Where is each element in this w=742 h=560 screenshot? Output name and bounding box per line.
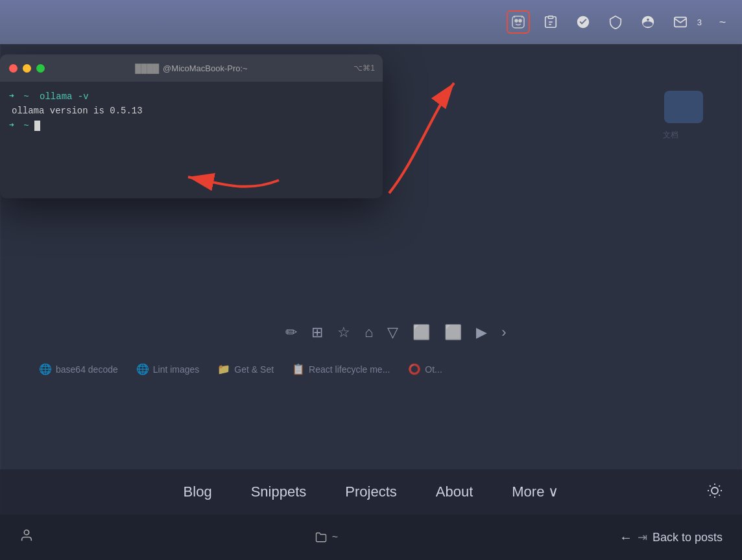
close2-toolbar-icon[interactable]: ⬜: [444, 324, 462, 341]
grid-toolbar-icon[interactable]: ⊞: [311, 324, 323, 341]
back-arrow-icon: ←: [619, 530, 632, 545]
folder-icon: [664, 91, 703, 123]
back-to-posts[interactable]: ← ⇥ Back to posts: [619, 530, 723, 545]
svg-point-8: [712, 487, 718, 494]
theme-toggle[interactable]: [707, 483, 723, 501]
more-toolbar-icon[interactable]: ›: [501, 324, 506, 341]
bookmark-lint-label: Lint images: [153, 364, 200, 375]
home-toolbar-icon[interactable]: ⌂: [365, 324, 373, 341]
website-nav: Blog Snippets Projects About More ∨: [0, 469, 742, 515]
vpn-menubar-icon[interactable]: [604, 10, 627, 34]
extra-menubar-icon[interactable]: ~: [711, 10, 734, 34]
svg-point-2: [519, 19, 521, 22]
term-tilde-2: ~: [18, 119, 29, 133]
ollama-menubar-icon[interactable]: [507, 10, 530, 34]
github-icon: ⭕: [408, 363, 421, 375]
term-tilde-1: ~: [18, 89, 29, 104]
skype-menubar-icon[interactable]: [636, 10, 660, 34]
bookmark-react[interactable]: 📋 React lifecycle me...: [292, 363, 390, 375]
svg-line-15: [710, 495, 710, 495]
bookmarks-row: 🌐 base64 decode 🌐 Lint images 📁 Get & Se…: [39, 363, 442, 375]
file-browser: 文档: [638, 91, 703, 141]
svg-line-16: [719, 485, 719, 486]
terminal-window: ████ @MicoMacBook-Pro:~ ⌥⌘1 ➜ ~ ollama -…: [0, 54, 383, 198]
bookmark-github-label: Ot...: [425, 364, 442, 375]
terminal-body[interactable]: ➜ ~ ollama -v ollama version is 0.5.13 ➜…: [0, 82, 383, 198]
clipboard-menubar-icon[interactable]: [539, 10, 562, 34]
menubar: 3 ~: [0, 0, 742, 44]
svg-line-11: [710, 485, 710, 486]
svg-point-1: [515, 19, 518, 22]
term-cursor: [34, 121, 40, 131]
star-toolbar-icon[interactable]: ☆: [337, 324, 350, 341]
nav-about[interactable]: About: [436, 484, 473, 500]
back-to-posts-label: Back to posts: [652, 531, 723, 544]
terminal-host: @MicoMacBook-Pro:~: [163, 64, 248, 73]
bookmark-github[interactable]: ⭕ Ot...: [408, 363, 442, 375]
folder-icon-2: 📁: [217, 363, 230, 375]
traffic-light-red[interactable]: [9, 64, 18, 73]
term-prompt-1: ➜: [9, 90, 14, 104]
folder-path: ~: [315, 531, 338, 543]
svg-line-12: [719, 495, 719, 495]
folder-path-text: ~: [332, 531, 338, 543]
edit-toolbar-icon[interactable]: ✏: [285, 324, 297, 341]
nav-more-label: More: [512, 484, 544, 500]
terminal-prompt-line: ➜ ~: [9, 119, 374, 133]
svg-rect-0: [512, 16, 524, 28]
terminal-title: ████ @MicoMacBook-Pro:~: [135, 64, 247, 73]
terminal-output-line: ollama version is 0.5.13: [9, 104, 374, 118]
traffic-light-green[interactable]: [36, 64, 45, 73]
bookmark-base64-label: base64 decode: [56, 364, 118, 375]
bookmark-react-label: React lifecycle me...: [309, 364, 390, 375]
mail-badge: 3: [697, 18, 702, 27]
nav-blog[interactable]: Blog: [184, 484, 212, 500]
bookmark-getset-label: Get & Set: [234, 364, 274, 375]
back-separator-icon: ⇥: [638, 530, 647, 544]
user-icon[interactable]: [19, 528, 34, 546]
terminal-command-line: ➜ ~ ollama -v: [9, 89, 374, 104]
toolbar-row: ✏ ⊞ ☆ ⌂ ▽ ⬜ ⬜ ▶ ›: [285, 324, 507, 341]
svg-point-17: [24, 530, 29, 535]
traffic-light-yellow[interactable]: [23, 64, 31, 73]
menubar-icons: 3 ~: [507, 10, 734, 34]
nav-more-chevron: ∨: [548, 484, 558, 500]
term-command-text: ollama -v: [34, 89, 89, 104]
bookmark-getset[interactable]: 📁 Get & Set: [217, 363, 274, 375]
testflight-menubar-icon[interactable]: [571, 10, 595, 34]
globe-icon-1: 🌐: [39, 363, 52, 375]
bookmark-lint[interactable]: 🌐 Lint images: [136, 363, 200, 375]
nav-more[interactable]: More ∨: [512, 484, 558, 500]
bookmark-base64[interactable]: 🌐 base64 decode: [39, 363, 118, 375]
term-prompt-2: ➜: [9, 119, 14, 133]
close1-toolbar-icon[interactable]: ⬜: [413, 324, 430, 341]
mail-menubar-icon[interactable]: [669, 10, 692, 34]
filter-toolbar-icon[interactable]: ▽: [387, 324, 398, 341]
terminal-username: ████: [135, 64, 159, 73]
bottom-bar: ~ ← ⇥ Back to posts: [0, 515, 742, 560]
svg-rect-3: [548, 16, 553, 19]
play-toolbar-icon[interactable]: ▶: [476, 324, 487, 341]
term-output-text: ollama version is 0.5.13: [9, 104, 143, 118]
globe-icon-2: 🌐: [136, 363, 149, 375]
clipboard-icon-2: 📋: [292, 363, 305, 375]
nav-projects[interactable]: Projects: [345, 484, 396, 500]
nav-snippets[interactable]: Snippets: [251, 484, 307, 500]
file-label: 文档: [638, 130, 703, 141]
terminal-titlebar: ████ @MicoMacBook-Pro:~ ⌥⌘1: [0, 54, 383, 82]
terminal-shortcut: ⌥⌘1: [353, 64, 375, 73]
